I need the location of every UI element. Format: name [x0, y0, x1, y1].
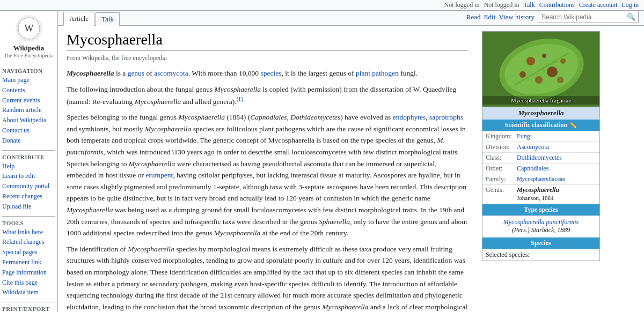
- infobox-selected-species: Selected species:: [482, 249, 599, 261]
- genus-value: MycosphaerellaJohanson, 1884: [517, 186, 596, 202]
- tools-heading: Tools: [2, 220, 55, 226]
- kingdom-label: Kingdom:: [486, 132, 517, 140]
- main-content: Mycosphaerella From Wikipedia, the free …: [58, 26, 644, 312]
- svg-point-15: [542, 54, 546, 58]
- sidebar-item-current-events[interactable]: Current events: [2, 95, 55, 106]
- tab-article[interactable]: Article: [63, 12, 94, 26]
- article-para-4: The identification of Mycosphaerella spe…: [67, 243, 468, 312]
- sidebar-item-contents[interactable]: Contents: [2, 85, 55, 95]
- svg-point-11: [549, 69, 555, 75]
- search-button[interactable]: 🔍: [624, 11, 638, 23]
- infobox-row-class: Class: Dothideomycetes: [482, 152, 599, 163]
- sidebar-item-contact-us[interactable]: Contact us: [2, 125, 55, 136]
- class-value[interactable]: Dothideomycetes: [517, 154, 596, 162]
- svg-point-16: [557, 77, 564, 83]
- sidebar-item-what-links-here[interactable]: What links here: [2, 227, 55, 237]
- print-section: Print/export Download as PDF Printable v…: [2, 306, 55, 312]
- sidebar-item-help[interactable]: Help: [2, 161, 55, 172]
- search-input[interactable]: [538, 12, 624, 23]
- content-header: Article Talk Read Edit View history 🔍: [58, 11, 644, 26]
- infobox-image: Mycosphaerella fragariae: [482, 32, 599, 107]
- sidebar-item-donate[interactable]: Donate: [2, 136, 55, 146]
- sidebar-item-upload-file[interactable]: Upload file: [2, 202, 55, 212]
- sidebar-item-page-information[interactable]: Page information: [2, 268, 55, 278]
- sidebar-item-random-article[interactable]: Random article: [2, 105, 55, 115]
- division-label: Division:: [486, 143, 517, 151]
- classification-label: Scientific classification: [505, 121, 567, 129]
- divider-1: [2, 150, 55, 151]
- talk-link[interactable]: Talk: [524, 1, 535, 9]
- sidebar-item-permanent-link[interactable]: Permanent link: [2, 257, 55, 268]
- infobox-species-header: Species: [482, 237, 599, 249]
- article-para-2: The following introduction about the fun…: [67, 84, 468, 108]
- svg-point-12: [535, 76, 543, 84]
- division-value[interactable]: Ascomycota: [517, 143, 596, 151]
- sidebar-item-related-changes[interactable]: Related changes: [2, 237, 55, 247]
- infobox-row-order: Order: Capnodiales: [482, 163, 599, 174]
- infobox-image-caption: Mycosphaerella fragariae: [482, 96, 599, 105]
- kingdom-value[interactable]: Fungi: [517, 132, 596, 140]
- contributions-link[interactable]: Contributions: [539, 1, 575, 9]
- header-actions: Read Edit View history 🔍: [466, 11, 639, 25]
- not-logged-in-text: Not logged in: [444, 1, 480, 9]
- edit-classification-icon[interactable]: ✏️: [569, 122, 577, 129]
- sidebar-item-community-portal[interactable]: Community portal: [2, 181, 55, 191]
- sidebar-item-wikidata-item[interactable]: Wikidata item: [2, 287, 55, 298]
- log-in-link[interactable]: Log in: [621, 1, 639, 9]
- print-heading: Print/export: [2, 306, 55, 312]
- type-species-author: (Pers.) Starbäck, 1889: [512, 226, 570, 234]
- logo-title: Wikipedia: [2, 44, 55, 53]
- infobox-row-kingdom: Kingdom: Fungi: [482, 131, 599, 142]
- infobox-row-genus: Genus: MycosphaerellaJohanson, 1884: [482, 184, 599, 203]
- infobox: Mycosphaerella fragariae Mycosphaerella …: [482, 31, 600, 261]
- infobox-classification-header: Scientific classification ✏️: [482, 120, 599, 131]
- article-subtitle: From Wikipedia, the free encyclopedia: [67, 54, 468, 62]
- read-link[interactable]: Read: [466, 13, 481, 21]
- type-species-link[interactable]: Mycosphaerella punctiformis: [503, 218, 579, 226]
- svg-point-9: [528, 58, 533, 64]
- top-bar: Not logged in Not logged in Talk Contrib…: [0, 0, 644, 11]
- navigation-section: Navigation Main page Contents Current ev…: [2, 68, 55, 146]
- class-label: Class:: [486, 154, 517, 162]
- svg-point-13: [519, 71, 526, 78]
- sidebar-item-recent-changes[interactable]: Recent changes: [2, 191, 55, 202]
- contribute-heading: Contribute: [2, 154, 55, 160]
- not-logged-in-label: Not logged in: [484, 1, 519, 9]
- tools-section: Tools What links here Related changes Sp…: [2, 220, 55, 298]
- contribute-section: Contribute Help Learn to edit Community …: [2, 154, 55, 212]
- create-account-link[interactable]: Create account: [579, 1, 618, 9]
- family-label: Family:: [486, 175, 517, 183]
- article-body: Mycosphaerella From Wikipedia, the free …: [58, 26, 477, 312]
- search-box: 🔍: [538, 11, 639, 23]
- sidebar-item-special-pages[interactable]: Special pages: [2, 247, 55, 257]
- nav-heading: Navigation: [2, 68, 55, 74]
- sidebar-item-learn-to-edit[interactable]: Learn to edit: [2, 171, 55, 181]
- genus-label: Genus:: [486, 186, 517, 202]
- infobox-type-species-header: Type species: [482, 204, 599, 216]
- article-para-3: Species belonging to the fungal genus My…: [67, 112, 468, 239]
- edit-link[interactable]: Edit: [484, 13, 496, 21]
- view-history-link[interactable]: View history: [499, 13, 535, 21]
- sidebar-item-about-wikipedia[interactable]: About Wikipedia: [2, 115, 55, 125]
- svg-point-14: [560, 58, 566, 64]
- family-value[interactable]: Mycosphaerellaceae: [517, 175, 596, 183]
- logo-subtitle: The Free Encyclopedia: [2, 53, 55, 58]
- tab-talk[interactable]: Talk: [96, 12, 120, 26]
- logo-area: W Wikipedia The Free Encyclopedia: [2, 15, 55, 63]
- divider-3: [2, 302, 55, 302]
- svg-text:W: W: [24, 23, 33, 34]
- sidebar-item-main-page[interactable]: Main page: [2, 75, 55, 85]
- order-value[interactable]: Capnodiales: [517, 165, 596, 173]
- sidebar: W Wikipedia The Free Encyclopedia Naviga…: [0, 11, 58, 312]
- right-sidebar: Mycosphaerella fragariae Mycosphaerella …: [477, 26, 603, 312]
- wikipedia-logo: W: [16, 15, 42, 42]
- layout: W Wikipedia The Free Encyclopedia Naviga…: [0, 11, 644, 312]
- order-label: Order:: [486, 165, 517, 173]
- article-para-1: Mycosphaerella is a genus of ascomycota.…: [67, 68, 468, 79]
- sidebar-item-cite-this-page[interactable]: Cite this page: [2, 278, 55, 288]
- infobox-row-family: Family: Mycosphaerellaceae: [482, 174, 599, 184]
- infobox-row-division: Division: Ascomycota: [482, 142, 599, 152]
- infobox-title: Mycosphaerella: [482, 107, 599, 120]
- divider-2: [2, 216, 55, 217]
- infobox-type-species-value: Mycosphaerella punctiformis (Pers.) Star…: [482, 216, 599, 236]
